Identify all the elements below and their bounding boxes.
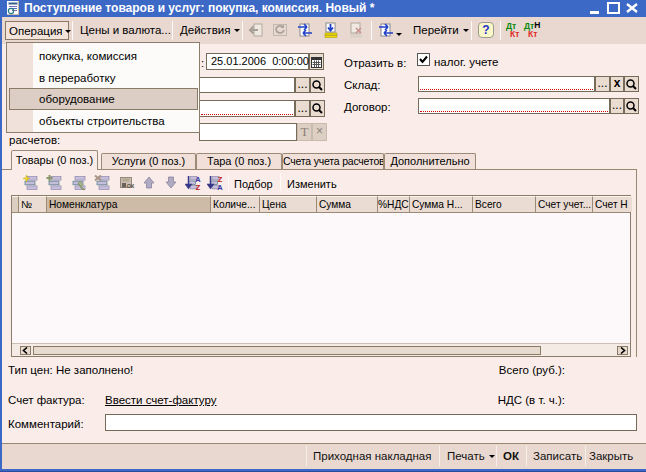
svg-text:Z: Z [196,183,201,191]
svg-text:А: А [217,183,223,191]
svg-text:ОК: ОК [127,183,135,189]
